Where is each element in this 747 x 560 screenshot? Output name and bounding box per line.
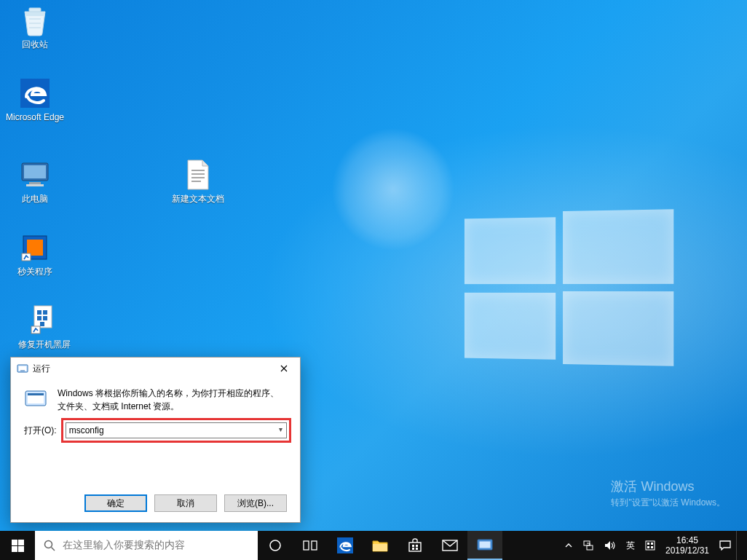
- tray-clock[interactable]: 16:45 2019/12/31: [660, 531, 714, 560]
- close-button[interactable]: [268, 358, 300, 379]
- cortana-button[interactable]: [258, 531, 293, 560]
- edge-icon: [19, 77, 51, 109]
- desktop-icon-label: 秒关程序: [4, 267, 66, 277]
- cortana-icon: [269, 539, 282, 552]
- show-desktop-button[interactable]: [736, 531, 747, 560]
- svg-rect-40: [587, 545, 593, 550]
- system-tray: 英 16:45 2019/12/31: [560, 531, 747, 560]
- text-document-icon: [182, 159, 214, 191]
- action-center-icon: [719, 540, 731, 551]
- windows-logo-icon: [12, 540, 24, 552]
- taskbar-app-explorer[interactable]: [363, 531, 398, 560]
- svg-rect-13: [43, 316, 47, 320]
- network-icon: [582, 540, 594, 551]
- browse-button[interactable]: 浏览(B)...: [224, 494, 287, 512]
- taskbar-app-mail[interactable]: [432, 531, 467, 560]
- desktop-icon-label: 回收站: [4, 39, 66, 50]
- search-placeholder: 在这里输入你要搜索的内容: [63, 539, 185, 552]
- open-input[interactable]: [66, 422, 287, 438]
- run-body-icon: [24, 387, 47, 410]
- desktop-icon-label: 此电脑: [4, 194, 66, 204]
- run-title: 运行: [33, 363, 50, 375]
- ime-mode-icon: [645, 540, 655, 551]
- desktop-icon-recycle-bin[interactable]: 回收站: [4, 4, 66, 50]
- store-icon: [408, 538, 422, 553]
- svg-rect-43: [651, 543, 653, 545]
- tray-action-center[interactable]: [714, 531, 736, 560]
- annotation-highlight: ▾: [61, 418, 291, 443]
- run-description: Windows 将根据你所输入的名称，为你打开相应的程序、文件夹、文档或 Int…: [58, 387, 287, 413]
- svg-point-26: [270, 540, 280, 551]
- taskbar-app-run[interactable]: [467, 531, 502, 560]
- svg-point-25: [45, 541, 52, 548]
- svg-rect-12: [37, 316, 42, 320]
- tray-network[interactable]: [577, 531, 599, 560]
- clock-date: 2019/12/31: [665, 545, 709, 556]
- run-dialog: 运行 Windows 将根据你所输入的名称，为你打开相应的程序、文件夹、文档或 …: [10, 357, 301, 523]
- ok-button[interactable]: 确定: [84, 494, 147, 512]
- run-titlebar[interactable]: 运行: [11, 358, 300, 379]
- svg-rect-3: [24, 165, 46, 178]
- svg-rect-5: [26, 184, 44, 186]
- svg-rect-11: [43, 310, 47, 315]
- svg-rect-22: [18, 540, 24, 545]
- desktop-icon-edge[interactable]: Microsoft Edge: [4, 77, 66, 122]
- desktop: 回收站 Microsoft Edge 此电脑 新建文本文档 秒关程序 修复开机黑…: [0, 0, 747, 560]
- svg-rect-30: [373, 544, 387, 551]
- chevron-up-icon: [565, 542, 572, 549]
- cancel-button[interactable]: 取消: [154, 494, 217, 512]
- taskbar-app-edge[interactable]: [328, 531, 363, 560]
- svg-rect-31: [409, 543, 421, 551]
- desktop-icon-label: 修复开机黑屏: [4, 339, 84, 350]
- edge-icon: [337, 537, 353, 553]
- run-icon: [17, 363, 28, 374]
- activation-subtitle: 转到"设置"以激活 Windows。: [611, 497, 725, 509]
- activation-watermark: 激活 Windows 转到"设置"以激活 Windows。: [611, 478, 725, 509]
- desktop-icon-this-pc[interactable]: 此电脑: [4, 159, 66, 204]
- svg-rect-23: [12, 546, 17, 552]
- svg-rect-27: [304, 541, 309, 550]
- app-shortcut-icon: [28, 304, 60, 336]
- wallpaper-windows-logo: [465, 209, 673, 366]
- tray-ime-mode[interactable]: [640, 531, 660, 560]
- svg-rect-32: [412, 545, 414, 547]
- volume-icon: [604, 540, 616, 551]
- open-combobox[interactable]: ▾: [66, 422, 287, 438]
- mail-icon: [442, 540, 458, 551]
- desktop-icon-label: 新建文本文档: [167, 194, 229, 204]
- tray-ime[interactable]: 英: [621, 531, 640, 560]
- taskbar-app-store[interactable]: [398, 531, 432, 560]
- svg-rect-24: [18, 546, 24, 552]
- desktop-icon-repair-blackscreen[interactable]: 修复开机黑屏: [4, 304, 84, 350]
- svg-rect-35: [416, 548, 418, 550]
- close-icon: [280, 365, 288, 372]
- svg-rect-28: [312, 541, 317, 550]
- task-view-button[interactable]: [293, 531, 328, 560]
- svg-rect-34: [412, 548, 414, 550]
- svg-rect-33: [416, 545, 418, 547]
- taskbar: 在这里输入你要搜索的内容: [0, 531, 747, 560]
- open-label: 打开(O):: [24, 425, 57, 437]
- search-icon: [44, 540, 55, 551]
- folder-icon: [372, 539, 388, 552]
- svg-rect-38: [480, 542, 491, 548]
- svg-rect-14: [40, 322, 44, 326]
- desktop-icon-text-document[interactable]: 新建文本文档: [167, 159, 229, 204]
- tray-overflow[interactable]: [560, 531, 577, 560]
- desktop-icon-shutdown-tool[interactable]: 秒关程序: [4, 232, 66, 277]
- taskbar-search[interactable]: 在这里输入你要搜索的内容: [35, 531, 258, 560]
- task-view-icon: [303, 540, 317, 551]
- start-button[interactable]: [0, 531, 35, 560]
- svg-rect-42: [647, 543, 649, 545]
- desktop-icon-label: Microsoft Edge: [4, 112, 66, 122]
- svg-rect-8: [22, 253, 31, 261]
- svg-rect-44: [647, 546, 649, 548]
- svg-rect-10: [37, 310, 42, 315]
- svg-rect-0: [29, 8, 41, 12]
- svg-rect-20: [28, 393, 44, 395]
- svg-rect-15: [31, 326, 40, 334]
- svg-rect-4: [29, 182, 41, 184]
- tray-volume[interactable]: [599, 531, 621, 560]
- app-shortcut-icon: [19, 232, 51, 264]
- activation-title: 激活 Windows: [611, 478, 725, 495]
